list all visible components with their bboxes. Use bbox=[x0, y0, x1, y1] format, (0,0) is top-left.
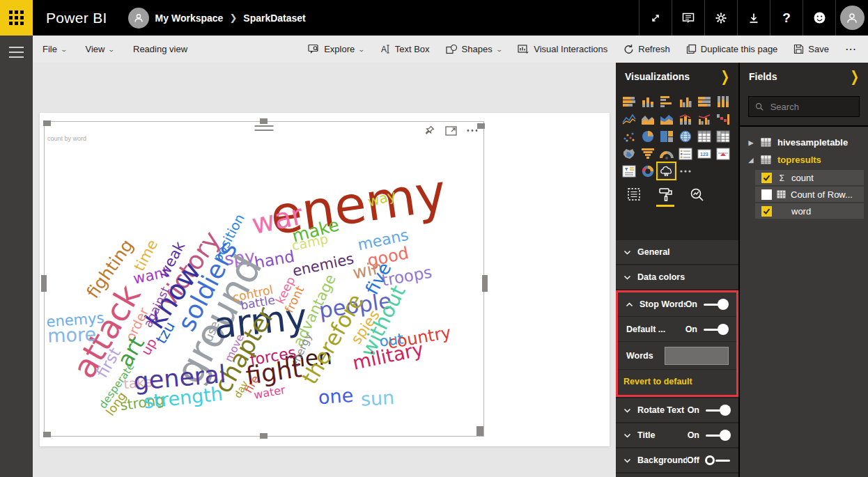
stop-words-input[interactable] bbox=[665, 347, 729, 365]
collapse-pane-icon[interactable]: ❯ bbox=[720, 68, 729, 85]
resize-handle[interactable] bbox=[260, 118, 268, 124]
smiley-icon[interactable] bbox=[803, 0, 835, 36]
resize-handle[interactable] bbox=[476, 426, 483, 436]
report-page[interactable]: count by word enemywaywarmakecampmeansgo… bbox=[40, 113, 610, 446]
word-cloud-visual[interactable]: count by word enemywaywarmakecampmeansgo… bbox=[44, 121, 484, 437]
viz-type-area-chart-icon[interactable] bbox=[638, 110, 657, 127]
menu-item-visual-interactions[interactable]: Visual Interactions bbox=[518, 44, 607, 54]
field-checkbox-checked[interactable] bbox=[761, 173, 772, 183]
format-section-data-colors[interactable]: Data colors bbox=[616, 265, 738, 289]
format-section-title[interactable]: TitleOn bbox=[616, 423, 738, 447]
fields-search-input[interactable] bbox=[770, 102, 853, 112]
viz-type-waterfall-chart-icon[interactable] bbox=[713, 110, 732, 127]
help-icon[interactable]: ? bbox=[770, 0, 803, 36]
viz-type-kpi-icon[interactable] bbox=[713, 145, 732, 162]
format-section-background[interactable]: BackgroundOff bbox=[616, 448, 738, 472]
viz-type-more-visuals-icon[interactable] bbox=[676, 162, 695, 180]
toggle-switch-off[interactable] bbox=[705, 455, 731, 466]
viz-type-filled-map-icon[interactable] bbox=[619, 145, 638, 162]
viz-type-multi-row-card-icon[interactable] bbox=[676, 145, 695, 162]
feedback-icon[interactable] bbox=[672, 0, 704, 36]
viz-type-line-chart-icon[interactable] bbox=[619, 110, 638, 127]
resize-handle[interactable] bbox=[41, 275, 47, 292]
format-section-stop-words[interactable]: Stop WordsOn bbox=[618, 292, 736, 316]
format-section-lock-aspect[interactable]: Lock aspectOff bbox=[616, 474, 738, 477]
viz-type-table-icon[interactable] bbox=[695, 127, 713, 145]
menu-item-shapes[interactable]: Shapes⌄ bbox=[446, 44, 502, 54]
menu-item-text-box[interactable]: AText Box bbox=[380, 44, 430, 54]
breadcrumb-workspace[interactable]: My Workspace bbox=[155, 13, 224, 24]
menu-item-refresh[interactable]: Refresh bbox=[623, 44, 670, 54]
viz-type-matrix-icon[interactable] bbox=[713, 127, 732, 145]
menu-item-view[interactable]: View⌄ bbox=[86, 44, 115, 54]
menu-item-more-options[interactable]: ⋯ bbox=[845, 42, 857, 56]
account-avatar[interactable] bbox=[835, 0, 868, 36]
viz-type-map-icon[interactable] bbox=[676, 127, 695, 145]
viz-type-stacked-area-chart-icon[interactable] bbox=[657, 110, 676, 127]
format-section-general[interactable]: General bbox=[616, 240, 738, 264]
format-section-rotate-text[interactable]: Rotate TextOn bbox=[616, 398, 738, 422]
download-icon[interactable] bbox=[737, 0, 770, 36]
viz-type-gauge-icon[interactable] bbox=[657, 145, 676, 162]
table-name: hivesampletable bbox=[777, 137, 848, 148]
breadcrumb-dataset[interactable]: SparkDataset bbox=[243, 13, 306, 24]
report-menubar: File⌄View⌄Reading view Explore⌄AText Box… bbox=[33, 36, 868, 63]
viz-type-line-and-clustered-column-chart-icon[interactable] bbox=[695, 110, 713, 127]
word-cloud-word[interactable]: more bbox=[47, 324, 97, 345]
field-checkbox-checked[interactable] bbox=[761, 206, 772, 217]
viz-type-funnel-icon[interactable] bbox=[638, 145, 657, 162]
resize-handle[interactable] bbox=[477, 123, 485, 129]
toggle-switch-on[interactable] bbox=[703, 299, 729, 310]
fullscreen-icon[interactable] bbox=[639, 0, 672, 36]
word-cloud-word[interactable]: one bbox=[318, 386, 354, 407]
field-row-word[interactable]: word bbox=[755, 203, 864, 219]
revert-to-default-link[interactable]: Revert to default bbox=[618, 369, 736, 395]
hamburger-menu-button[interactable] bbox=[9, 47, 24, 58]
collapse-tree-icon[interactable]: ◢ bbox=[747, 157, 754, 164]
menu-item-duplicate-this-page[interactable]: Duplicate this page bbox=[686, 44, 778, 54]
fields-table-topresults[interactable]: ◢topresults bbox=[740, 151, 868, 169]
workspace-avatar[interactable] bbox=[128, 8, 149, 29]
resize-handle[interactable] bbox=[43, 432, 51, 437]
field-checkbox-unchecked[interactable] bbox=[761, 189, 772, 200]
viz-type-pie-chart-icon[interactable] bbox=[638, 127, 657, 145]
fields-tab[interactable] bbox=[625, 187, 643, 207]
format-tab[interactable] bbox=[656, 187, 674, 207]
toggle-switch-on[interactable] bbox=[703, 324, 729, 335]
viz-type-clustered-bar-chart-icon[interactable] bbox=[657, 93, 676, 110]
expand-tree-icon[interactable]: ▶ bbox=[747, 139, 754, 146]
viz-type-stacked-column-chart-icon[interactable] bbox=[638, 93, 657, 110]
collapse-pane-icon[interactable]: ❯ bbox=[850, 68, 859, 85]
viz-type-card-icon[interactable]: 123 bbox=[695, 145, 713, 162]
fields-table-hivesampletable[interactable]: ▶hivesampletable bbox=[740, 134, 868, 151]
viz-type-slicer-icon[interactable] bbox=[619, 162, 638, 180]
chevron-down-icon bbox=[623, 432, 631, 439]
resize-handle[interactable] bbox=[482, 275, 488, 292]
viz-type-clustered-column-chart-icon[interactable] bbox=[676, 93, 695, 110]
viz-type-word-cloud-icon[interactable]: W bbox=[657, 162, 676, 180]
analytics-tab[interactable] bbox=[688, 187, 706, 207]
viz-type-line-and-stacked-column-chart-icon[interactable] bbox=[676, 110, 695, 127]
viz-type-scatter-chart-icon[interactable] bbox=[619, 127, 638, 145]
report-canvas[interactable]: count by word enemywaywarmakecampmeansgo… bbox=[33, 63, 616, 477]
app-title[interactable]: Power BI bbox=[33, 10, 128, 26]
resize-handle[interactable] bbox=[43, 120, 51, 126]
viz-type-donut-chart-icon[interactable] bbox=[638, 162, 657, 180]
settings-icon[interactable] bbox=[704, 0, 737, 36]
resize-handle[interactable] bbox=[260, 433, 268, 439]
menu-item-explore[interactable]: Explore⌄ bbox=[308, 44, 364, 54]
field-row-count-of-row[interactable]: Count of Row... bbox=[755, 187, 864, 202]
field-row-count[interactable]: Σcount bbox=[755, 170, 864, 185]
fields-search-box[interactable] bbox=[748, 96, 860, 117]
viz-type-stacked-bar-chart-icon[interactable] bbox=[619, 93, 638, 110]
word-cloud-word[interactable]: sun bbox=[360, 388, 395, 408]
app-launcher-button[interactable] bbox=[0, 0, 33, 36]
viz-type-treemap-icon[interactable] bbox=[657, 127, 676, 145]
toggle-switch-on[interactable] bbox=[705, 405, 731, 416]
toggle-switch-on[interactable] bbox=[705, 430, 731, 441]
menu-item-save[interactable]: Save bbox=[793, 44, 829, 54]
menu-item-file[interactable]: File⌄ bbox=[42, 44, 67, 54]
viz-type-100-stacked-column-chart-icon[interactable] bbox=[713, 93, 732, 110]
viz-type-100-stacked-bar-chart-icon[interactable] bbox=[695, 93, 713, 110]
menu-item-reading-view[interactable]: Reading view bbox=[133, 44, 187, 54]
